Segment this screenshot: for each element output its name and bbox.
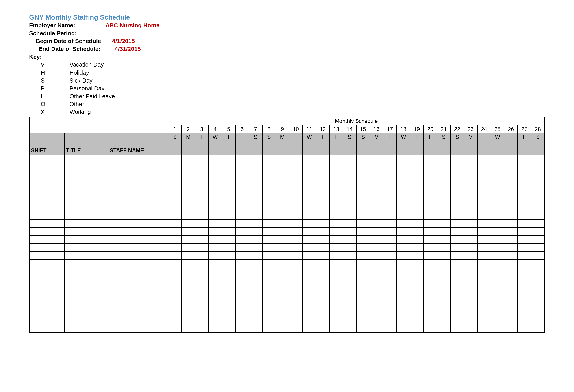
cell (222, 171, 235, 179)
cell (208, 284, 222, 292)
cell (464, 227, 477, 235)
cell (504, 227, 518, 235)
cell (424, 244, 437, 252)
cell (370, 324, 383, 332)
cell (531, 227, 545, 235)
cell (289, 300, 303, 308)
cell (168, 316, 182, 324)
cell (303, 227, 316, 235)
cell (195, 187, 208, 195)
cell (276, 252, 289, 260)
cell (195, 179, 208, 187)
cell (276, 308, 289, 316)
table-row (29, 292, 545, 300)
day-of-week: S (249, 133, 262, 155)
table-row (29, 179, 545, 187)
cell (424, 179, 437, 187)
cell (208, 300, 222, 308)
table-row (29, 300, 545, 308)
cell (316, 276, 329, 284)
day-number: 9 (276, 125, 289, 133)
cell (329, 155, 343, 163)
cell (249, 219, 262, 227)
cell (262, 316, 276, 324)
cell (397, 268, 410, 276)
cell (303, 211, 316, 219)
cell (504, 316, 518, 324)
cell (208, 179, 222, 187)
cell (491, 203, 504, 211)
cell (464, 179, 477, 187)
cell (208, 316, 222, 324)
cell (383, 203, 397, 211)
cell (504, 292, 518, 300)
cell (235, 244, 249, 252)
cell (262, 179, 276, 187)
cell (491, 276, 504, 284)
cell (168, 260, 182, 268)
cell (464, 211, 477, 219)
cell (195, 219, 208, 227)
cell (276, 292, 289, 300)
cell (410, 163, 424, 171)
cell (451, 227, 464, 235)
cell (464, 268, 477, 276)
cell (64, 260, 108, 268)
cell (249, 227, 262, 235)
cell (343, 155, 356, 163)
cell (303, 203, 316, 211)
cell (356, 171, 370, 179)
cell (451, 195, 464, 203)
cell (235, 203, 249, 211)
cell (504, 163, 518, 171)
cell (64, 276, 108, 284)
cell (410, 179, 424, 187)
cell (329, 244, 343, 252)
cell (303, 252, 316, 260)
day-of-week: F (235, 133, 249, 155)
cell (464, 284, 477, 292)
cell (477, 252, 491, 260)
cell (397, 187, 410, 195)
cell (491, 211, 504, 219)
cell (518, 179, 531, 187)
cell (518, 227, 531, 235)
cell (343, 316, 356, 324)
cell (182, 227, 195, 235)
key-code: L (36, 92, 69, 100)
employer-label: Employer Name: (29, 21, 105, 29)
cell (491, 179, 504, 187)
cell (108, 316, 168, 324)
cell (29, 155, 64, 163)
cell (424, 195, 437, 203)
cell (108, 187, 168, 195)
cell (329, 219, 343, 227)
cell (491, 163, 504, 171)
cell (356, 276, 370, 284)
cell (397, 324, 410, 332)
cell (437, 252, 451, 260)
cell (316, 227, 329, 235)
cell (262, 276, 276, 284)
cell (437, 244, 451, 252)
cell (370, 276, 383, 284)
cell (410, 292, 424, 300)
cell (464, 276, 477, 284)
cell (316, 324, 329, 332)
cell (182, 260, 195, 268)
cell (262, 292, 276, 300)
key-row: PPersonal Day (36, 84, 545, 92)
cell (410, 276, 424, 284)
cell (182, 252, 195, 260)
cell (262, 300, 276, 308)
cell (464, 316, 477, 324)
cell (531, 195, 545, 203)
cell (64, 252, 108, 260)
cell (343, 195, 356, 203)
cell (276, 316, 289, 324)
cell (108, 284, 168, 292)
cell (477, 268, 491, 276)
cell (195, 203, 208, 211)
cell (383, 187, 397, 195)
key-row: XWorking (36, 108, 545, 116)
